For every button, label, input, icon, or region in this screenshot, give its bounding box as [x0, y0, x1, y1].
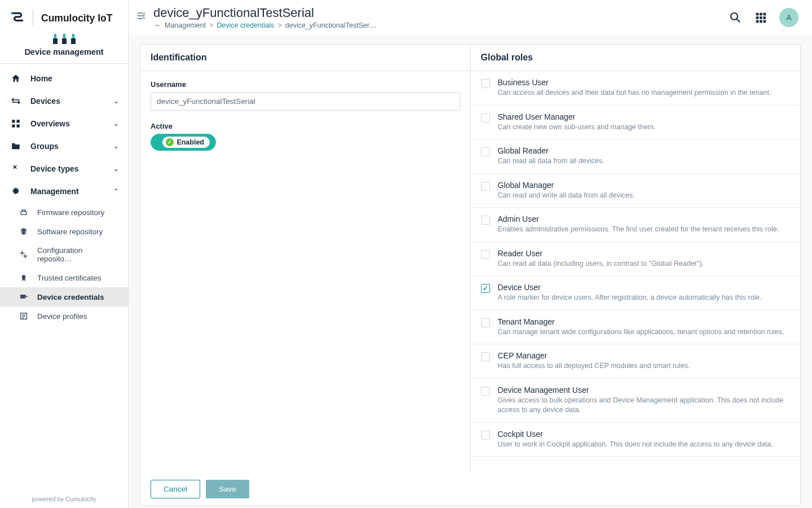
page-title: device_yFunctionalTestSerial [153, 6, 377, 20]
svg-rect-15 [764, 13, 766, 16]
svg-rect-1 [12, 120, 15, 122]
role-desc: User to work in Cockpit application. Thi… [498, 440, 791, 450]
sidebar-item-management[interactable]: Management ⌃ [0, 180, 128, 203]
role-desc: Can manage tenant wide configurations li… [498, 327, 791, 338]
svg-rect-19 [756, 20, 759, 23]
breadcrumb-icon [153, 23, 161, 28]
cancel-button[interactable]: Cancel [151, 480, 200, 498]
role-checkbox[interactable] [481, 216, 490, 225]
sidebar-subitem-firmware[interactable]: Firmware repository [0, 203, 128, 222]
overviews-icon [9, 119, 23, 129]
role-checkbox[interactable] [481, 79, 490, 88]
role-name: Global Reader [498, 146, 791, 155]
svg-rect-4 [17, 125, 20, 128]
role-checkbox[interactable] [481, 250, 490, 259]
save-button[interactable]: Save [206, 480, 249, 498]
main: device_yFunctionalTestSerial Management … [129, 0, 812, 508]
devices-icon [9, 96, 23, 106]
svg-rect-9 [20, 295, 25, 299]
role-desc: Can read and write all data from all dev… [498, 191, 791, 201]
role-checkbox[interactable] [481, 113, 490, 122]
role-item: Global ReaderCan read all data from all … [471, 139, 801, 174]
sidebar-header: Cumulocity IoT Device management [0, 0, 128, 64]
search-button[interactable] [729, 11, 742, 24]
role-name: Tenant Manager [498, 317, 791, 326]
svg-point-6 [21, 252, 23, 254]
sidebar-item-device-types[interactable]: Device types ⌄ [0, 157, 128, 180]
svg-rect-13 [756, 13, 759, 16]
svg-point-7 [24, 255, 27, 257]
role-name: Reader User [498, 249, 791, 258]
home-icon [9, 73, 23, 84]
breadcrumb: Management > Device credentials > device… [153, 21, 377, 29]
sidebar-item-devices[interactable]: Devices ⌄ [0, 90, 128, 112]
username-input[interactable] [151, 92, 460, 111]
role-checkbox[interactable] [481, 284, 490, 293]
sidebar-item-overviews[interactable]: Overviews ⌄ [0, 112, 128, 135]
role-desc: Can read all data (including users, in c… [498, 259, 791, 269]
roles-scroll[interactable]: Business UserCan access all devices and … [471, 71, 801, 473]
sidebar-subitem-label: Configuration reposito… [37, 246, 119, 263]
role-name: Business User [498, 78, 791, 87]
svg-point-10 [26, 296, 28, 297]
svg-rect-16 [756, 16, 759, 19]
sidebar-item-label: Management [30, 187, 113, 196]
svg-point-0 [11, 12, 13, 14]
sidebar-item-groups[interactable]: Groups ⌄ [0, 135, 128, 157]
role-item: Admin UserEnables administrative permiss… [471, 208, 801, 242]
role-desc: Can read all data from all devices. [498, 156, 791, 167]
active-label: Active [151, 122, 460, 130]
sidebar: Cumulocity IoT Device management Home De… [0, 0, 129, 508]
sub-brand-text: Device management [9, 47, 119, 56]
role-desc: Enables administrative permissions. The … [498, 225, 791, 235]
role-name: Admin User [498, 214, 791, 224]
certificate-icon [17, 273, 30, 282]
chevron-down-icon: ⌄ [113, 165, 119, 173]
role-name: Global Manager [498, 181, 791, 190]
role-checkbox[interactable] [481, 431, 490, 440]
sidebar-item-label: Overviews [30, 119, 113, 128]
management-submenu: Firmware repository Software repository … [0, 203, 128, 326]
role-desc: Has full access to all deployed CEP modu… [498, 361, 791, 371]
sidebar-subitem-software[interactable]: Software repository [0, 222, 128, 241]
toggle-pill: ✓ Enabled [162, 137, 210, 148]
active-toggle[interactable]: ✓ Enabled [151, 134, 216, 151]
breadcrumb-link[interactable]: Device credentials [217, 21, 274, 29]
brand: Cumulocity IoT [9, 10, 119, 26]
footer-bar: Cancel Save [140, 473, 800, 505]
role-name: CEP Manager [498, 351, 791, 360]
check-icon: ✓ [166, 138, 174, 146]
role-checkbox[interactable] [481, 352, 490, 361]
breadcrumb-sep: > [209, 21, 213, 29]
nav: Home Devices ⌄ Overviews ⌄ Groups ⌄ Devi… [0, 64, 128, 490]
role-name: Device Management User [498, 386, 791, 395]
sidebar-subitem-profiles[interactable]: Device profiles [0, 306, 128, 326]
sidebar-subitem-config[interactable]: Configuration reposito… [0, 241, 128, 268]
detail-card: Identification Username Active ✓ [140, 44, 801, 506]
sidebar-footer: powered by Cumulocity [0, 490, 128, 508]
collapse-sidebar-icon[interactable] [135, 10, 147, 21]
topbar: device_yFunctionalTestSerial Management … [129, 0, 812, 35]
sidebar-subitem-credentials[interactable]: Device credentials [0, 287, 128, 306]
role-item: CEP ManagerHas full access to all deploy… [471, 344, 801, 379]
sidebar-item-label: Groups [30, 142, 113, 151]
role-checkbox[interactable] [481, 182, 490, 191]
brand-name: Cumulocity IoT [41, 12, 112, 24]
svg-rect-2 [17, 120, 20, 122]
apps-button[interactable] [754, 11, 767, 24]
role-name: Cockpit User [498, 430, 791, 439]
role-item: Reader UserCan read all data (including … [471, 242, 801, 277]
sidebar-subitem-certs[interactable]: Trusted certificates [0, 268, 128, 287]
role-checkbox[interactable] [481, 387, 490, 396]
sidebar-item-home[interactable]: Home [0, 67, 128, 90]
sidebar-subitem-label: Software repository [37, 227, 103, 236]
role-checkbox[interactable] [481, 147, 490, 156]
avatar[interactable]: A [779, 8, 798, 27]
role-name: Shared User Manager [498, 112, 791, 121]
svg-point-12 [731, 13, 738, 20]
gear-icon [17, 250, 30, 259]
breadcrumb-sep: > [277, 21, 281, 29]
sidebar-subitem-label: Firmware repository [37, 208, 104, 217]
svg-rect-14 [760, 13, 762, 16]
role-checkbox[interactable] [481, 318, 490, 327]
